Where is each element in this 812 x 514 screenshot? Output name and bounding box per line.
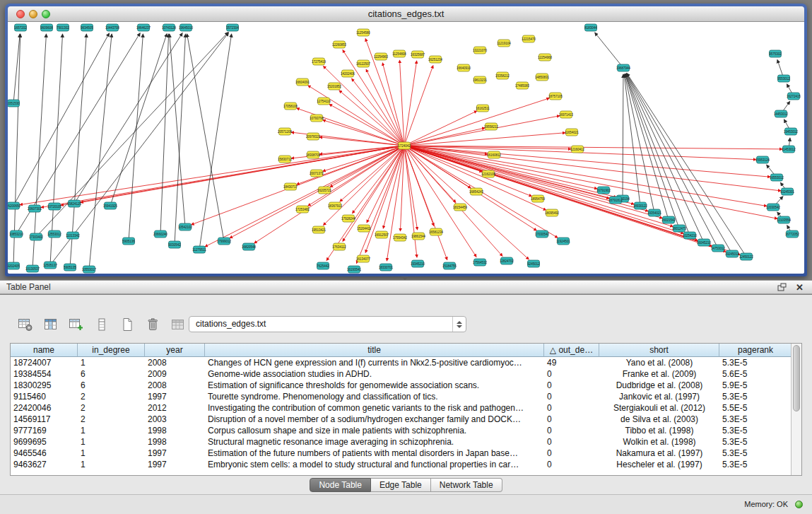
network-node[interactable]: 16604091 xyxy=(295,78,310,86)
table-row[interactable]: 1456911722003Disruption of a novel membe… xyxy=(11,414,801,425)
network-node[interactable]: 16205721 xyxy=(317,187,332,194)
network-node[interactable]: 18430717 xyxy=(283,183,298,190)
network-node[interactable]: 14453012 xyxy=(774,110,789,117)
network-node[interactable]: 7901302 xyxy=(57,24,69,31)
cell-out_de[interactable]: 0 xyxy=(544,425,599,436)
table-row[interactable]: 2242004622012Investigating the contribut… xyxy=(11,402,801,414)
cell-title[interactable]: Structural magnetic resonance image aver… xyxy=(205,436,544,448)
cell-name[interactable]: 22420046 xyxy=(11,402,78,414)
cell-pagerank[interactable]: 5.6E-5 xyxy=(719,368,792,380)
cell-year[interactable]: 1997 xyxy=(145,459,205,470)
cell-title[interactable]: Investigating the contribution of common… xyxy=(205,402,544,414)
scrollbar-thumb[interactable] xyxy=(793,345,800,411)
network-node[interactable]: 19558212 xyxy=(484,123,499,130)
network-node[interactable]: 10793798 xyxy=(310,115,324,122)
network-node[interactable]: 16553012 xyxy=(770,174,784,181)
cell-short[interactable]: de Silva et al. (2003) xyxy=(599,414,719,425)
cell-out_de[interactable]: 0 xyxy=(544,402,599,414)
cell-out_de[interactable]: 0 xyxy=(544,368,599,380)
network-node[interactable]: 9553012 xyxy=(777,75,790,82)
network-node[interactable]: 18095492 xyxy=(545,209,560,216)
network-node[interactable]: 16045210 xyxy=(697,239,712,246)
network-node[interactable]: 17554342 xyxy=(393,234,408,241)
cell-pagerank[interactable]: 5.3E-5 xyxy=(719,459,792,470)
table-row[interactable]: 911546021997Tourette syndrome. Phenomeno… xyxy=(11,391,801,402)
network-node[interactable]: 10443708 xyxy=(105,24,120,31)
table-mode-button[interactable] xyxy=(93,316,111,333)
network-node[interactable]: 16791902 xyxy=(596,187,611,194)
network-node[interactable]: 16021542 xyxy=(661,216,676,223)
cell-pagerank[interactable]: 5.3E-5 xyxy=(719,436,792,448)
network-node[interactable]: 12030542 xyxy=(766,204,781,211)
network-node[interactable]: 17030542 xyxy=(535,230,550,238)
network-node[interactable]: 18012473 xyxy=(672,225,687,232)
network-node[interactable]: 11219104 xyxy=(497,40,511,47)
table-row[interactable]: 1830029562008Estimation of significance … xyxy=(11,380,801,391)
network-node[interactable]: 16772052 xyxy=(785,230,800,238)
network-node[interactable]: 11279511 xyxy=(192,246,206,253)
cell-pagerank[interactable]: 5.3E-5 xyxy=(719,448,792,459)
network-node[interactable]: 19345210 xyxy=(411,260,425,267)
cell-year[interactable]: 1998 xyxy=(145,425,205,436)
network-node[interactable]: 12103554 xyxy=(777,216,792,223)
cell-short[interactable]: Dudbridge et al. (2008) xyxy=(599,380,719,391)
network-node[interactable]: 18308701 xyxy=(306,151,321,158)
network-canvas[interactable]: 1724042162512341632568711254808122549631… xyxy=(8,22,804,274)
network-node[interactable]: 20071372 xyxy=(310,170,324,177)
window-titlebar[interactable]: citations_edges.txt xyxy=(8,6,804,22)
cell-pagerank[interactable]: 5.5E-5 xyxy=(719,402,792,414)
network-node[interactable]: 19513421 xyxy=(312,226,326,233)
network-node[interactable]: 15824125 xyxy=(67,200,82,207)
cell-year[interactable]: 2008 xyxy=(145,357,205,368)
table-options-button[interactable] xyxy=(16,316,35,333)
network-node[interactable]: 11654021 xyxy=(565,129,579,136)
cell-out_de[interactable]: 49 xyxy=(544,357,599,368)
network-node[interactable]: 11254808 xyxy=(392,50,406,57)
network-node[interactable]: 15201852 xyxy=(327,83,342,90)
table-row[interactable]: 1938455462009Genome-wide association stu… xyxy=(11,368,801,380)
cell-title[interactable]: Estimation of the future numbers of pati… xyxy=(205,448,544,459)
network-node[interactable]: 7625442 xyxy=(317,262,329,269)
network-node[interactable]: 26200650 xyxy=(8,202,21,209)
network-node[interactable]: 9030542 xyxy=(168,241,181,248)
network-node[interactable]: 10254210 xyxy=(683,232,698,239)
network-node[interactable]: 16640910 xyxy=(457,64,471,71)
cell-title[interactable]: Disruption of a novel member of a sodium… xyxy=(205,414,544,425)
network-node[interactable]: 9634505 xyxy=(81,24,93,31)
column-header-out_de[interactable]: △ out_de… xyxy=(544,344,599,357)
network-node[interactable]: 12162108 xyxy=(481,170,496,177)
cell-in_degree[interactable]: 1 xyxy=(78,436,145,448)
cell-year[interactable]: 2003 xyxy=(145,414,205,425)
cell-in_degree[interactable]: 2 xyxy=(78,414,145,425)
network-node[interactable]: 18757105 xyxy=(548,93,563,100)
cell-short[interactable]: Stergiakouli et al. (2012) xyxy=(599,402,719,414)
cell-name[interactable]: 9463627 xyxy=(11,459,78,470)
cell-year[interactable]: 1997 xyxy=(145,448,205,459)
column-header-pagerank[interactable]: pagerank xyxy=(719,344,792,357)
network-node[interactable]: 16581234 xyxy=(429,228,444,235)
network-node[interactable]: 12254963 xyxy=(374,53,389,60)
network-node[interactable]: 19453012 xyxy=(784,128,799,135)
network-node[interactable]: 9609608 xyxy=(40,24,53,31)
network-node[interactable]: 16160812 xyxy=(487,151,502,158)
network-node[interactable]: 17928244 xyxy=(341,215,356,222)
table-row[interactable]: 946362711997Embryonic stem cells: a mode… xyxy=(11,459,801,470)
network-node[interactable]: 12450122 xyxy=(739,253,754,260)
close-panel-icon[interactable]: ✕ xyxy=(796,281,804,294)
cell-out_de[interactable]: 0 xyxy=(544,448,599,459)
network-node[interactable]: 2051530 xyxy=(8,100,20,107)
network-node[interactable]: 12754110 xyxy=(317,98,331,105)
column-header-title[interactable]: title xyxy=(205,344,544,357)
network-node[interactable]: 19245012 xyxy=(725,250,740,257)
network-node[interactable]: 18646237 xyxy=(136,24,151,31)
cell-name[interactable]: 9777169 xyxy=(11,425,78,436)
network-node[interactable]: 16193541 xyxy=(347,266,362,273)
network-node[interactable]: 14202406 xyxy=(341,70,355,77)
cell-name[interactable]: 18724007 xyxy=(11,357,78,368)
network-node[interactable]: 18122507 xyxy=(356,60,371,67)
network-node[interactable]: 17564532 xyxy=(473,259,488,266)
network-node[interactable]: 9575302 xyxy=(769,50,782,57)
network-node[interactable]: 12260853 xyxy=(332,41,347,48)
table-row[interactable]: 977716911998Corpus callosum shape and si… xyxy=(11,425,801,436)
network-node[interactable]: 9245012 xyxy=(527,260,540,267)
